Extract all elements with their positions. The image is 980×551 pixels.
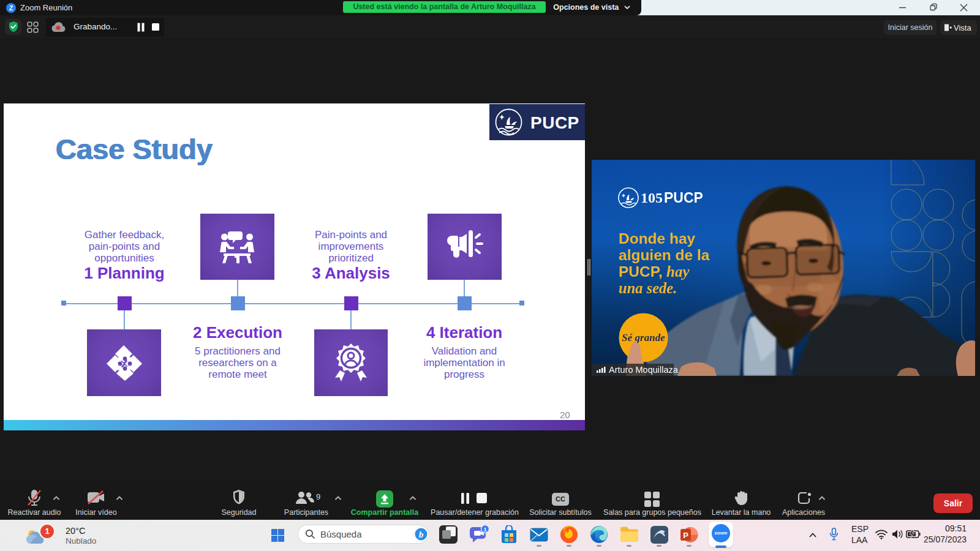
svg-text:hay: hay — [666, 263, 690, 280]
svg-text:1: 1 — [483, 527, 486, 533]
svg-text:b: b — [419, 530, 424, 539]
svg-text:PUCP: PUCP — [664, 190, 703, 206]
svg-text:Arturo Moquillaza: Arturo Moquillaza — [609, 365, 679, 375]
svg-text:P: P — [683, 531, 688, 540]
svg-text:PUCP,: PUCP, — [619, 263, 663, 280]
svg-text:alguien de la: alguien de la — [619, 247, 710, 263]
svg-text:105: 105 — [641, 190, 663, 206]
svg-text:Donde hay: Donde hay — [619, 230, 696, 247]
svg-text:Sé grande: Sé grande — [622, 332, 665, 343]
svg-text:una sede.: una sede. — [619, 280, 677, 296]
